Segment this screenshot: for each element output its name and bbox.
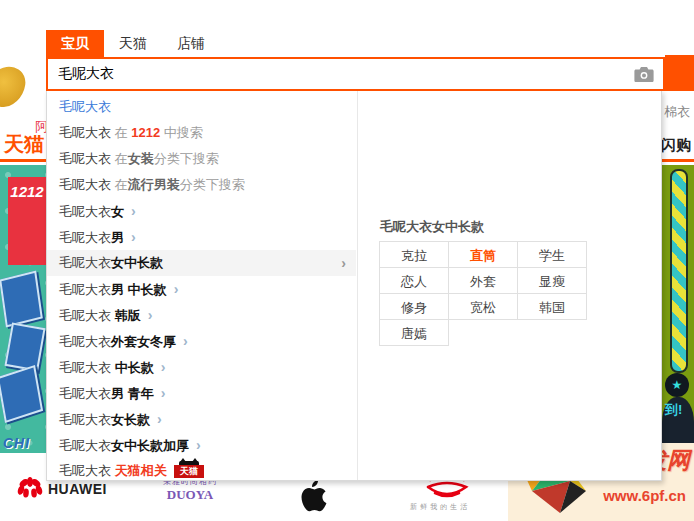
suggestion-row[interactable]: 毛呢大衣外套女冬厚› — [47, 328, 356, 354]
suggestion-text: 外套女冬厚 — [111, 334, 176, 349]
banner-art-block — [4, 322, 45, 371]
suggestion-text: 女长款 — [111, 412, 150, 427]
related-term[interactable]: 修身 — [379, 293, 449, 320]
suggestion-text: 男 — [111, 230, 124, 245]
suggestion-text: 毛呢大衣 — [59, 255, 111, 270]
banner-art-block — [0, 271, 43, 328]
fresh-life-slogan: 新鲜我的生活 — [410, 502, 470, 512]
search-button[interactable] — [665, 55, 694, 91]
apple-logo-icon[interactable] — [296, 478, 330, 518]
suggestion-text: 女中长款 — [111, 255, 163, 270]
partial-background-text: 阿 — [35, 118, 46, 136]
banner-striped-pole — [670, 169, 688, 373]
chevron-right-icon: › — [161, 385, 166, 401]
banner-caption: CHI — [3, 435, 30, 451]
suggestion-text: 分类下搜索 — [180, 177, 245, 192]
suggestion-text: 毛呢大衣 — [59, 334, 111, 349]
related-terms-grid: 克拉直筒学生恋人外套显瘦修身宽松韩国唐嫣 — [380, 242, 593, 346]
suggestion-text: 毛呢大衣 — [59, 204, 111, 219]
suggestion-text: 男 青年 — [111, 386, 154, 401]
left-promo-banner[interactable]: 1212 CHI — [0, 165, 46, 453]
suggestion-row[interactable]: 毛呢大衣男› — [47, 224, 356, 250]
suggestion-text: 毛呢大衣 — [59, 99, 111, 114]
decorative-splash — [0, 61, 30, 112]
chevron-right-icon: › — [131, 203, 136, 219]
chevron-right-icon: › — [157, 411, 162, 427]
tmall-badge-label: 天猫 — [174, 465, 204, 478]
chevron-right-icon: › — [196, 437, 201, 453]
suggestion-text: 女装 — [128, 151, 154, 166]
search-tab-2[interactable]: 店铺 — [162, 30, 220, 57]
banner-art-block — [0, 365, 43, 423]
suggestion-text: 男 中长款 — [111, 282, 167, 297]
suggestion-list: 毛呢大衣毛呢大衣 在 1212 中搜索毛呢大衣 在女装分类下搜索毛呢大衣 在流行… — [47, 94, 356, 484]
related-term[interactable]: 学生 — [517, 241, 587, 268]
chevron-right-icon: › — [148, 307, 153, 323]
chevron-right-icon: › — [341, 250, 346, 276]
suggestion-text: 毛呢大衣 — [59, 282, 111, 297]
chevron-right-icon: › — [161, 359, 166, 375]
suggestion-text: 在 — [111, 151, 128, 166]
suggestion-text: 流行男装 — [128, 177, 180, 192]
duoya-wordmark: DUOYA — [155, 487, 225, 503]
suggestion-text: 毛呢大衣 — [59, 360, 115, 375]
related-terms-panel: 毛呢大衣女中长款 克拉直筒学生恋人外套显瘦修身宽松韩国唐嫣 — [357, 91, 662, 480]
related-term[interactable]: 显瘦 — [517, 267, 587, 294]
suggestion-text: 毛呢大衣 — [59, 308, 115, 323]
suggestion-text: 在 — [111, 177, 128, 192]
suggestion-text: 毛呢大衣 — [59, 177, 111, 192]
suggestion-row[interactable]: 毛呢大衣 中长款› — [47, 354, 356, 380]
related-term[interactable]: 韩国 — [517, 293, 587, 320]
huawei-flower-icon — [16, 475, 44, 505]
related-term[interactable]: 外套 — [448, 267, 518, 294]
suggestion-row[interactable]: 毛呢大衣女中长款› — [47, 250, 356, 276]
suggestion-text: 韩版 — [115, 308, 141, 323]
suggestion-text: 分类下搜索 — [154, 151, 219, 166]
suggestion-text: 毛呢大衣 — [59, 386, 111, 401]
chevron-right-icon: › — [183, 333, 188, 349]
suggestion-text: 中搜索 — [160, 125, 203, 140]
suggestion-text: 毛呢大衣 — [59, 230, 111, 245]
search-input[interactable] — [48, 59, 638, 89]
suggestion-text: 1212 — [131, 125, 160, 140]
suggestion-text: 中长款 — [115, 360, 154, 375]
suggestion-text: 在 — [111, 125, 131, 140]
star-icon: ★ — [665, 373, 689, 397]
suggestion-row[interactable]: 毛呢大衣女中长款加厚› — [47, 432, 356, 458]
suggestion-row[interactable]: 毛呢大衣 在女装分类下搜索 — [47, 146, 356, 172]
related-term[interactable]: 克拉 — [379, 241, 449, 268]
search-tab-0[interactable]: 宝贝 — [46, 30, 104, 57]
search-box — [46, 57, 665, 91]
related-term[interactable]: 直筒 — [448, 241, 518, 268]
suggestion-row[interactable]: 毛呢大衣男 青年› — [47, 380, 356, 406]
suggestion-text: 毛呢大衣 — [59, 463, 115, 478]
taobao-search-page: 天猫 阿 棉衣 闪购 1212 CHI ★ 到! HUAWEI — [0, 0, 694, 521]
suggestion-row[interactable]: 毛呢大衣 在流行男装分类下搜索 — [47, 172, 356, 198]
nav-item-flash-sale[interactable]: 闪购 — [661, 136, 691, 155]
search-suggest-dropdown: 毛呢大衣毛呢大衣 在 1212 中搜索毛呢大衣 在女装分类下搜索毛呢大衣 在流行… — [46, 90, 662, 481]
suggestion-row[interactable]: 毛呢大衣 在 1212 中搜索 — [47, 120, 356, 146]
suggestion-row[interactable]: 毛呢大衣 — [47, 94, 356, 120]
banner-caption: 到! — [665, 401, 682, 419]
right-promo-banner[interactable]: ★ 到! — [662, 165, 694, 453]
search-tab-1[interactable]: 天猫 — [104, 30, 162, 57]
suggestion-text: 毛呢大衣 — [59, 151, 111, 166]
related-term[interactable]: 宽松 — [448, 293, 518, 320]
watermark-url: www.6pf.cn — [603, 487, 686, 504]
promo-1212-badge: 1212 — [8, 177, 46, 265]
suggestion-row[interactable]: 毛呢大衣 韩版› — [47, 302, 356, 328]
chevron-right-icon: › — [174, 281, 179, 297]
camera-icon[interactable] — [634, 66, 654, 87]
hot-search-word[interactable]: 棉衣 — [664, 103, 690, 121]
suggestion-text: 毛呢大衣 — [59, 412, 111, 427]
suggestion-row[interactable]: 毛呢大衣女› — [47, 198, 356, 224]
related-term[interactable]: 恋人 — [379, 267, 449, 294]
suggestion-row[interactable]: 毛呢大衣男 中长款› — [47, 276, 356, 302]
search-type-tabs: 宝贝天猫店铺 — [46, 30, 220, 57]
suggestion-text: 女 — [111, 204, 124, 219]
suggestion-text: 女中长款加厚 — [111, 438, 189, 453]
related-term[interactable]: 唐嫣 — [379, 319, 449, 346]
related-terms-title: 毛呢大衣女中长款 — [380, 218, 484, 236]
suggestion-row[interactable]: 毛呢大衣女长款› — [47, 406, 356, 432]
suggestion-row[interactable]: 毛呢大衣 天猫相关天猫 — [47, 458, 356, 484]
